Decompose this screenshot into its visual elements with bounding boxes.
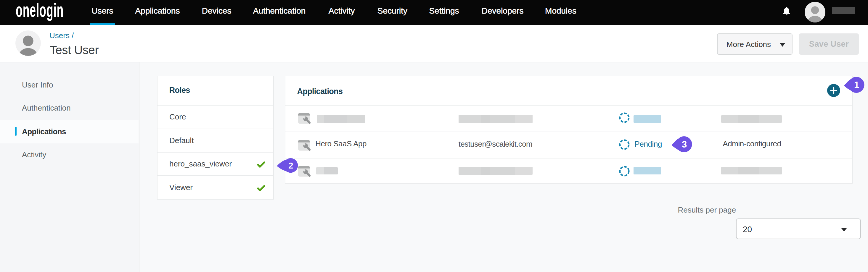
svg-text:2: 2 [288, 161, 293, 170]
svg-text:3: 3 [682, 139, 687, 149]
svg-text:1: 1 [854, 80, 859, 90]
